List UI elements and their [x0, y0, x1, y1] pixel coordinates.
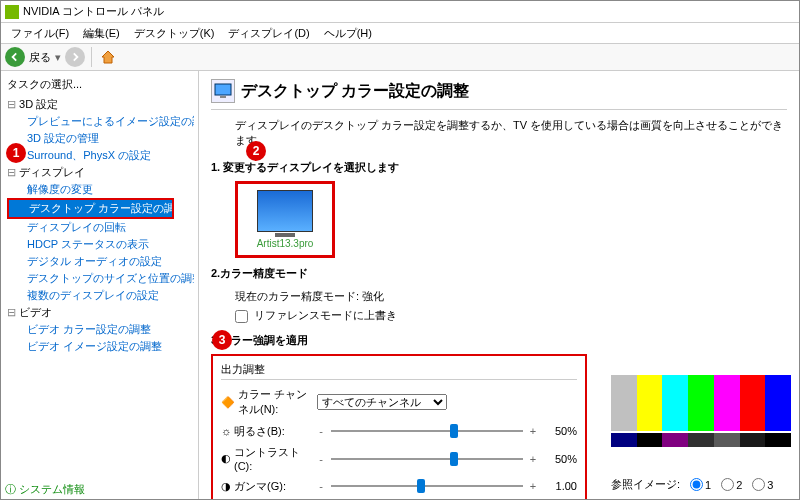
nvidia-logo-icon — [5, 5, 19, 19]
home-button[interactable] — [98, 47, 118, 67]
gamma-row: ◑ガンマ(G): - + 1.00 — [221, 475, 577, 497]
output-heading: 出力調整 — [221, 362, 577, 380]
forward-button[interactable] — [65, 47, 85, 67]
menu-display[interactable]: ディスプレイ(D) — [222, 24, 315, 43]
channel-select[interactable]: すべてのチャンネル — [317, 394, 447, 410]
tree-item-size-pos[interactable]: デスクトップのサイズと位置の調整 — [7, 270, 194, 287]
sun-icon: ☼ — [221, 425, 231, 437]
ref-opt-3[interactable]: 3 — [752, 478, 773, 491]
reference-image-row: 参照イメージ: 1 2 3 — [611, 477, 791, 492]
contrast-label: コントラスト(C): — [234, 445, 311, 472]
back-label: 戻る — [29, 50, 51, 65]
menu-file[interactable]: ファイル(F) — [5, 24, 75, 43]
toolbar: 戻る ▾ — [1, 43, 799, 71]
section2-heading: 2.カラー精度モード — [211, 266, 787, 281]
ref-opt-2[interactable]: 2 — [721, 478, 742, 491]
monitor-thumb-icon — [257, 190, 313, 232]
title-bar: NVIDIA コントロール パネル — [1, 1, 799, 23]
gamma-label: ガンマ(G): — [234, 479, 286, 494]
menu-help[interactable]: ヘルプ(H) — [318, 24, 378, 43]
reference-mode-checkbox[interactable] — [235, 310, 248, 323]
home-icon — [100, 49, 116, 65]
tree-item-desktop-color[interactable]: デスクトップ カラー設定の調整 — [7, 198, 174, 219]
tree-item-resolution[interactable]: 解像度の変更 — [7, 181, 194, 198]
menu-desktop[interactable]: デスクトップ(K) — [128, 24, 221, 43]
gamma-value: 1.00 — [543, 480, 577, 492]
monitor-icon — [211, 79, 235, 103]
section1-heading: 1. 変更するディスプレイを選択します — [211, 160, 787, 175]
gamma-icon: ◑ — [221, 480, 231, 493]
tree-item-multi-display[interactable]: 複数のディスプレイの設定 — [7, 287, 194, 304]
reference-label: 参照イメージ: — [611, 477, 680, 492]
contrast-icon: ◐ — [221, 452, 231, 465]
reference-image-preview: 参照イメージ: 1 2 3 — [611, 375, 791, 492]
task-tree: 3D 設定 プレビューによるイメージ設定の調整 3D 設定の管理 Surroun… — [5, 94, 194, 355]
palette-icon: 🔶 — [221, 396, 235, 409]
tree-item-audio[interactable]: デジタル オーディオの設定 — [7, 253, 194, 270]
main-area: タスクの選択... 3D 設定 プレビューによるイメージ設定の調整 3D 設定の… — [1, 71, 799, 500]
reference-mode-checkbox-row: リファレンスモードに上書き — [235, 306, 787, 325]
svg-rect-1 — [220, 96, 226, 98]
channel-label: カラー チャンネル(N): — [238, 387, 311, 417]
section3-heading: 3.カラー強調を適用 — [211, 333, 787, 348]
display-selector[interactable]: Artist13.3pro — [235, 181, 335, 258]
channel-row: 🔶カラー チャンネル(N): すべてのチャンネル — [221, 384, 577, 420]
tree-item-hdcp[interactable]: HDCP ステータスの表示 — [7, 236, 194, 253]
tree-group-display[interactable]: ディスプレイ — [7, 164, 194, 181]
contrast-value: 50% — [543, 453, 577, 465]
brightness-row: ☼明るさ(B): - + 50% — [221, 420, 577, 442]
contrast-row: ◐コントラスト(C): - + 50% — [221, 442, 577, 475]
menu-edit[interactable]: 編集(E) — [77, 24, 126, 43]
ref-opt-1[interactable]: 1 — [690, 478, 711, 491]
annotation-badge-3: 3 — [212, 330, 232, 350]
brightness-label: 明るさ(B): — [234, 424, 285, 439]
gamma-slider[interactable] — [331, 478, 523, 494]
page-title: デスクトップ カラー設定の調整 — [241, 81, 469, 102]
system-info-link[interactable]: システム情報 — [5, 482, 85, 497]
svg-rect-0 — [215, 84, 231, 95]
tree-item-video-image[interactable]: ビデオ イメージ設定の調整 — [7, 338, 194, 355]
arrow-left-icon — [9, 51, 21, 63]
sidebar-title: タスクの選択... — [5, 75, 194, 94]
contrast-slider[interactable] — [331, 451, 523, 467]
page-description: ディスプレイのデスクトップ カラー設定を調整するか、TV を使用している場合は画… — [235, 118, 787, 148]
tree-item-surround[interactable]: Surround、PhysX の設定 — [7, 147, 194, 164]
tree-group-3d[interactable]: 3D 設定 — [7, 96, 194, 113]
tree-item-3d-manage[interactable]: 3D 設定の管理 — [7, 130, 194, 147]
tree-item-rotate[interactable]: ディスプレイの回転 — [7, 219, 194, 236]
tree-group-video[interactable]: ビデオ — [7, 304, 194, 321]
window-title: NVIDIA コントロール パネル — [23, 4, 164, 19]
annotation-badge-1: 1 — [6, 143, 26, 163]
tree-item-video-color[interactable]: ビデオ カラー設定の調整 — [7, 321, 194, 338]
brightness-value: 50% — [543, 425, 577, 437]
output-adjust-section: 出力調整 🔶カラー チャンネル(N): すべてのチャンネル ☼明るさ(B): -… — [211, 354, 587, 500]
current-mode: 現在のカラー精度モード: 強化 — [235, 287, 787, 306]
reference-mode-label: リファレンスモードに上書き — [254, 309, 397, 321]
display-name: Artist13.3pro — [244, 238, 326, 249]
annotation-badge-2: 2 — [246, 141, 266, 161]
page-header: デスクトップ カラー設定の調整 — [211, 79, 787, 110]
content-panel: デスクトップ カラー設定の調整 ディスプレイのデスクトップ カラー設定を調整する… — [199, 71, 799, 500]
arrow-right-icon — [69, 51, 81, 63]
tree-item-preview[interactable]: プレビューによるイメージ設定の調整 — [7, 113, 194, 130]
menu-bar: ファイル(F) 編集(E) デスクトップ(K) ディスプレイ(D) ヘルプ(H) — [1, 23, 799, 43]
brightness-slider[interactable] — [331, 423, 523, 439]
sidebar: タスクの選択... 3D 設定 プレビューによるイメージ設定の調整 3D 設定の… — [1, 71, 199, 500]
back-button[interactable] — [5, 47, 25, 67]
